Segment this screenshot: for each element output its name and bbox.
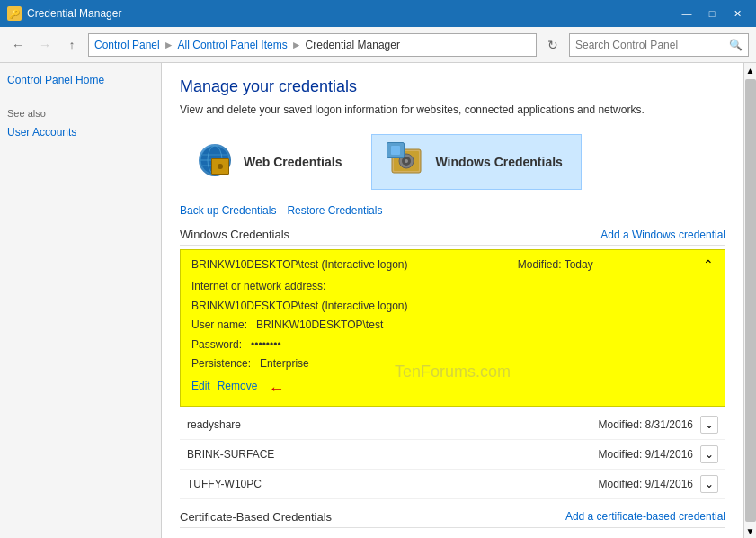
web-credentials-icon	[199, 144, 235, 180]
windows-credentials-tab[interactable]: Windows Credentials	[371, 134, 581, 190]
close-button[interactable]: ✕	[725, 4, 749, 22]
minimize-button[interactable]: —	[675, 4, 698, 22]
certificate-section-header: Certificate-Based Credentials Add a cert…	[180, 510, 725, 528]
expanded-credential-item: BRINKW10DESKTOP\test (Interactive logon)…	[180, 249, 725, 407]
expanded-item-actions: Edit Remove ←	[191, 380, 714, 399]
list-item-name: readyshare	[187, 418, 241, 431]
red-arrow-indicator: ←	[268, 380, 284, 399]
scrollbar[interactable]: ▲ ▼	[743, 63, 756, 538]
app-icon: 🔑	[7, 6, 22, 21]
list-item-name: TUFFY-W10PC	[187, 478, 262, 490]
maximize-button[interactable]: □	[700, 4, 724, 22]
backup-credentials-link[interactable]: Back up Credentials	[180, 204, 276, 217]
credential-type-tabs: Web Credentials	[180, 134, 725, 190]
windows-credentials-section-title: Windows Credentials	[180, 228, 289, 241]
scroll-down-button[interactable]: ▼	[744, 524, 757, 538]
edit-credential-link[interactable]: Edit	[191, 380, 210, 399]
add-windows-credential-link[interactable]: Add a Windows credential	[600, 229, 725, 241]
internet-label: Internet or network address:	[191, 280, 325, 292]
internet-value: BRINKW10DESKTOP\test (Interactive logon)	[191, 300, 408, 312]
up-button[interactable]: ↑	[61, 34, 83, 56]
no-certificates-text: No certificates.	[180, 532, 725, 538]
sidebar-control-panel-home[interactable]: Control Panel Home	[7, 74, 154, 86]
certificate-section-title: Certificate-Based Credentials	[180, 510, 332, 524]
list-item-modified: Modified: 9/14/2016	[599, 448, 693, 461]
expanded-item-name: BRINKW10DESKTOP\test (Interactive logon)	[191, 258, 408, 271]
page-description: View and delete your saved logon informa…	[180, 103, 725, 116]
scroll-up-button[interactable]: ▲	[744, 63, 757, 77]
globe-icon	[199, 144, 231, 176]
username-label: User name:	[191, 318, 247, 331]
search-box: 🔍	[569, 33, 749, 57]
certificate-section: Certificate-Based Credentials Add a cert…	[180, 510, 725, 538]
list-item-modified: Modified: 9/14/2016	[599, 478, 693, 490]
password-value: ••••••••	[251, 338, 281, 351]
collapse-chevron[interactable]: ⌃	[703, 257, 714, 272]
windows-credentials-section-header: Windows Credentials Add a Windows creden…	[180, 228, 725, 246]
search-input[interactable]	[575, 39, 725, 51]
persistence-label: Persistence:	[191, 357, 251, 370]
windows-credentials-label: Windows Credentials	[435, 155, 562, 169]
breadcrumb-control-panel[interactable]: Control Panel	[94, 39, 160, 51]
refresh-button[interactable]: ↻	[542, 34, 564, 56]
windows-credentials-icon	[390, 144, 426, 180]
address-bar: ← → ↑ Control Panel ► All Control Panel …	[0, 27, 756, 63]
sidebar-see-also-label: See also	[7, 108, 154, 119]
scroll-thumb[interactable]	[745, 79, 756, 522]
username-value: BRINKW10DESKTOP\test	[256, 318, 383, 331]
list-item[interactable]: readyshare Modified: 8/31/2016 ⌄	[180, 410, 725, 440]
list-item[interactable]: BRINK-SURFACE Modified: 9/14/2016 ⌄	[180, 440, 725, 470]
action-links: Back up Credentials Restore Credentials	[180, 204, 725, 217]
search-icon: 🔍	[729, 39, 743, 51]
list-item-modified: Modified: 8/31/2016	[599, 418, 693, 431]
sidebar: Control Panel Home See also User Account…	[0, 63, 162, 538]
breadcrumb-current: Credential Manager	[306, 39, 400, 51]
restore-credentials-link[interactable]: Restore Credentials	[287, 204, 382, 217]
expanded-item-modified: Modified: Today	[518, 258, 593, 271]
title-bar: 🔑 Credential Manager — □ ✕	[0, 0, 756, 27]
credential-list: readyshare Modified: 8/31/2016 ⌄ BRINK-S…	[180, 410, 725, 499]
main-layout: Control Panel Home See also User Account…	[0, 63, 756, 538]
expanded-item-details: Internet or network address: BRINKW10DES…	[191, 277, 714, 374]
remove-credential-link[interactable]: Remove	[218, 380, 258, 399]
list-item[interactable]: TUFFY-W10PC Modified: 9/14/2016 ⌄	[180, 470, 725, 499]
list-item-name: BRINK-SURFACE	[187, 448, 274, 461]
persistence-value: Enterprise	[260, 357, 309, 370]
breadcrumb: Control Panel ► All Control Panel Items …	[88, 33, 537, 57]
sidebar-user-accounts[interactable]: User Accounts	[7, 126, 154, 139]
expand-tuffy-button[interactable]: ⌄	[700, 475, 718, 493]
content-area: Manage your credentials View and delete …	[162, 63, 743, 538]
back-button[interactable]: ←	[7, 34, 29, 56]
window-title: Credential Manager	[27, 7, 121, 20]
expand-brink-surface-button[interactable]: ⌄	[700, 445, 718, 463]
add-certificate-link[interactable]: Add a certificate-based credential	[565, 510, 725, 523]
breadcrumb-all-items[interactable]: All Control Panel Items	[178, 39, 288, 51]
svg-point-10	[405, 159, 408, 163]
web-credentials-tab[interactable]: Web Credentials	[180, 134, 360, 190]
forward-button[interactable]: →	[34, 34, 56, 56]
password-label: Password:	[191, 338, 242, 351]
web-credentials-label: Web Credentials	[244, 155, 342, 169]
expand-readyshare-button[interactable]: ⌄	[700, 416, 718, 434]
page-title: Manage your credentials	[180, 77, 725, 96]
